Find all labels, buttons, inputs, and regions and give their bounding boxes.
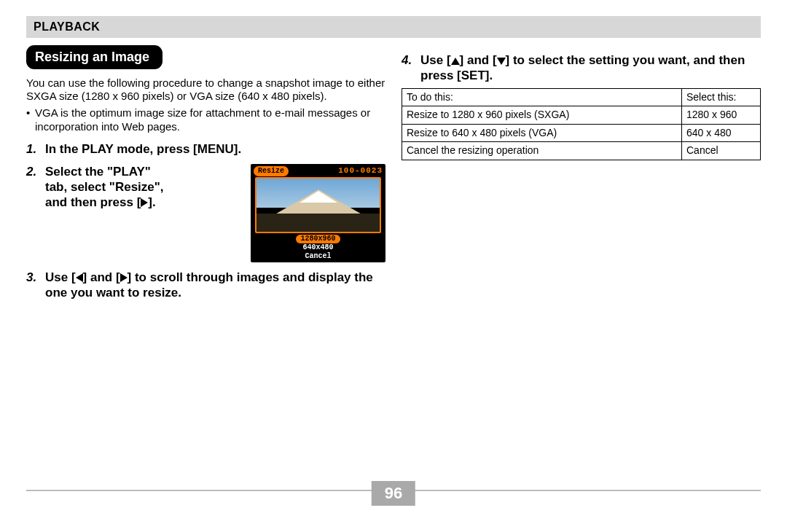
table-row: Resize to 640 x 480 pixels (VGA) 640 x 4… [402,124,761,142]
focus-corner-icon [255,224,264,233]
right-arrow-icon [120,273,128,282]
left-column: Resizing an Image You can use the follow… [26,45,385,305]
lcd-snowcap [299,191,337,203]
step-text: Use [] and [] to select the setting you … [420,52,761,84]
step-number: 1. [26,141,45,157]
options-table: To do this: Select this: Resize to 1280 … [402,88,761,160]
section-name: PLAYBACK [34,20,100,33]
step-text: Use [] and [] to scroll through images a… [45,270,385,301]
section-header: PLAYBACK [26,16,761,38]
step-number: 3. [26,270,45,301]
table-header: Select this: [682,88,761,106]
bullet-text: VGA is the optimum image size for attach… [35,106,385,134]
table-cell: 1280 x 960 [682,106,761,125]
step-2-body: Select the "PLAY" tab, select "Resize", … [45,164,385,262]
step-2-line: tab, select "Resize", [45,179,242,195]
table-header: To do this: [402,88,682,106]
table-cell: Cancel [682,142,761,160]
bullet-icon: • [26,106,35,134]
table-cell: Resize to 1280 x 960 pixels (SXGA) [402,106,682,125]
topic-title: Resizing an Image [26,45,163,69]
table-cell: Cancel the resizing operation [402,142,682,160]
step-text: In the PLAY mode, press [MENU]. [45,141,385,157]
lcd-photo-frame [255,177,381,233]
table-header-row: To do this: Select this: [402,88,761,106]
focus-corner-icon [372,224,381,233]
step-2: 2. Select the "PLAY" tab, select "Resize… [26,164,385,262]
two-column-layout: Resizing an Image You can use the follow… [26,45,761,305]
focus-corner-icon [255,177,264,186]
table-row: Cancel the resizing operation Cancel [402,142,761,160]
step-number: 2. [26,164,45,262]
page-number: 96 [372,481,415,506]
right-column: 4. Use [] and [] to select the setting y… [402,45,761,305]
table-row: Resize to 1280 x 960 pixels (SXGA) 1280 … [402,106,761,125]
lcd-file-number: 100-0023 [338,166,383,176]
step-2-line: and then press []. [45,195,242,210]
table-cell: Resize to 640 x 480 pixels (VGA) [402,124,682,142]
intro-text: You can use the following procedure to c… [26,77,385,104]
right-arrow-icon [141,198,148,207]
lcd-option-selected: 1280x960 [296,235,340,243]
lcd-top-bar: Resize 100-0023 [251,164,385,177]
note-bullet: • VGA is the optimum image size for atta… [26,106,385,134]
lcd-option: 640x480 [251,243,385,252]
lcd-option: Cancel [251,252,385,261]
down-arrow-icon [497,58,506,65]
step-number: 4. [402,52,420,84]
step-3: 3. Use [] and [] to scroll through image… [26,270,385,301]
table-cell: 640 x 480 [682,124,761,142]
camera-lcd-preview: Resize 100-0023 [251,164,385,262]
step-2-text: Select the "PLAY" tab, select "Resize", … [45,164,242,211]
manual-page: PLAYBACK Resizing an Image You can use t… [0,0,787,532]
left-arrow-icon [76,273,83,282]
step-2-line: Select the "PLAY" [45,164,242,179]
lcd-resize-menu: 1280x960 640x480 Cancel [251,235,385,261]
step-4: 4. Use [] and [] to select the setting y… [402,52,761,84]
lcd-mode-pill: Resize [254,166,289,176]
focus-corner-icon [372,177,381,186]
lcd-ground [257,214,380,232]
up-arrow-icon [451,58,460,65]
step-1: 1. In the PLAY mode, press [MENU]. [26,141,385,157]
